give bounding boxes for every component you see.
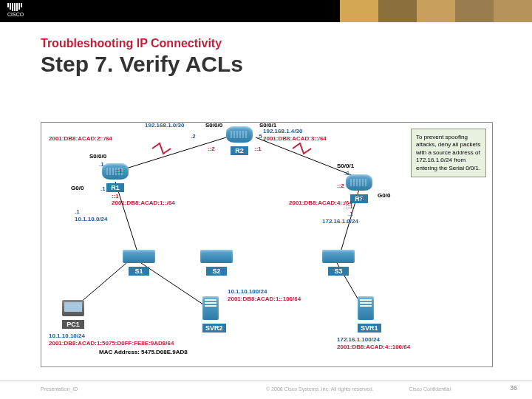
footer-right: Cisco Confidential xyxy=(409,386,451,392)
label-r3-s001: S0/0/1 xyxy=(337,163,354,170)
label-r1-s000: S0/0/0 xyxy=(89,154,106,160)
label-c2b: ::2 xyxy=(337,183,344,190)
label-net-l-v6: 2001:DB8:ACAD:2::/64 xyxy=(49,136,112,143)
label-p1e: .1 xyxy=(348,211,353,218)
label-pc1-v4: 10.1.10.10/24 xyxy=(49,333,85,340)
label-svr1-v4: 172.16.1.100/24 xyxy=(337,337,380,344)
label-svr1-v6: 2001:DB8:ACAD:4::100/64 xyxy=(337,344,410,351)
label-r1-lan-v6: 2001:DB8:ACAD:1::/64 xyxy=(112,200,175,207)
label-r3-lan-v6: 2001:DB8:ACAD:4::/64 xyxy=(289,200,352,207)
label-svr2-v6: 2001:DB8:ACAD:1::100/64 xyxy=(228,296,301,303)
footer-center: © 2008 Cisco Systems, Inc. All rights re… xyxy=(266,386,374,392)
label-p1b: .1 xyxy=(100,186,106,193)
label-c1a: ::1 xyxy=(115,168,123,175)
slide-title: Step 7. Verify ACLs xyxy=(41,52,532,77)
label-net-l-v4: 192.168.1.0/30 xyxy=(145,123,184,129)
switch-s2: S2 xyxy=(200,250,233,276)
cisco-logo: CISCO xyxy=(7,3,24,17)
router-r2: R2 xyxy=(226,126,253,156)
label-mac: MAC Address: 5475.D08E.9AD8 xyxy=(99,349,188,356)
label-p6: .6 xyxy=(344,171,349,177)
label-p1c: .1 xyxy=(75,209,80,216)
label-c2a: ::2 xyxy=(208,146,215,153)
label-s000: S0/0/0 xyxy=(205,123,222,129)
switch-s3: S3 xyxy=(322,250,355,276)
label-r1-g00: G0/0 xyxy=(71,185,83,192)
label-c1b: ::1 xyxy=(254,146,262,153)
pc1: PC1 xyxy=(62,300,84,330)
label-net-r-v4: 192.168.1.4/30 xyxy=(263,129,302,135)
page-number: 36 xyxy=(510,384,517,392)
slide-subtitle: Troubleshooting IP Connectivity xyxy=(41,37,532,50)
footer-left: Presentation_ID xyxy=(41,386,78,392)
label-r3-lan-v4: 172.16.1.0/24 xyxy=(322,219,358,225)
label-pc1-v6: 2001:DB8:ACAD:1:5075:D0FF:FE8E:9AD8/64 xyxy=(49,341,174,347)
callout-box: To prevent spoofing attacks, deny all pa… xyxy=(411,129,486,177)
server-svr2: SVR2 xyxy=(202,296,226,333)
footer: Presentation_ID © 2008 Cisco Systems, In… xyxy=(0,381,532,393)
top-bar: CISCO xyxy=(0,0,532,22)
label-p5: .5 xyxy=(257,134,262,140)
label-r1-lan-v4: 10.1.10.0/24 xyxy=(75,216,107,223)
header-photos xyxy=(340,0,532,22)
network-diagram: R2 R1 R3 S1 S2 S3 PC1 SVR2 SVR1 S0/0/0 S… xyxy=(41,122,493,367)
label-p1d: .1 xyxy=(359,197,364,203)
svg-line-1 xyxy=(256,137,359,178)
label-p1a: .1 xyxy=(99,162,104,168)
svg-line-0 xyxy=(119,137,226,171)
label-net-r-v6: 2001:DB8:ACAD:3::/64 xyxy=(263,136,327,143)
label-svr2-v4: 10.1.10.100/24 xyxy=(228,289,267,296)
server-svr1: SVR1 xyxy=(358,296,381,333)
switch-s1: S1 xyxy=(123,250,155,276)
label-r3-g00: G0/0 xyxy=(378,193,390,200)
label-p2a: .2 xyxy=(191,134,196,140)
